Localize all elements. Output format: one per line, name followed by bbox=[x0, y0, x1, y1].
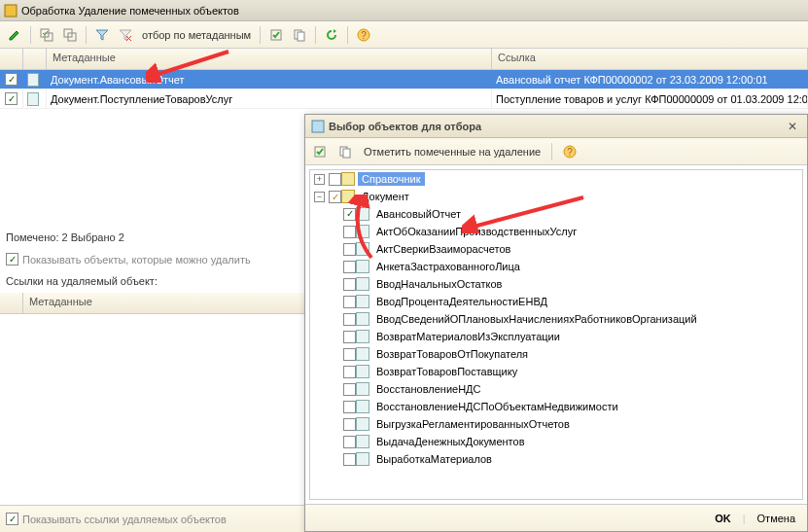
document-icon bbox=[356, 277, 369, 291]
tree-label[interactable]: Справочник bbox=[358, 172, 425, 186]
checkbox-icon[interactable] bbox=[343, 348, 356, 361]
tree-label[interactable]: ВыгрузкаРегламентированныхОтчетов bbox=[372, 417, 574, 431]
tree-node[interactable]: ВосстановлениеНДСПоОбъектамНедвижимости bbox=[310, 398, 802, 415]
checkbox-icon[interactable] bbox=[343, 313, 356, 326]
collapse-icon[interactable]: − bbox=[314, 192, 325, 202]
checkbox-icon[interactable] bbox=[343, 278, 356, 291]
checkbox-icon[interactable] bbox=[343, 331, 356, 343]
copy-icon[interactable] bbox=[334, 141, 356, 162]
check-box-icon[interactable] bbox=[265, 24, 287, 46]
folder-icon bbox=[341, 172, 355, 186]
filter-icon[interactable] bbox=[91, 24, 113, 46]
tree-label[interactable]: АвансовыйОтчет bbox=[372, 207, 465, 221]
checkbox-icon[interactable] bbox=[343, 436, 356, 448]
close-icon[interactable]: ✕ bbox=[784, 118, 801, 135]
tree-node[interactable]: ВводСведенийОПлановыхНачисленияхРаботник… bbox=[310, 310, 802, 328]
tree-label[interactable]: ВыдачаДенежныхДокументов bbox=[372, 435, 529, 448]
tree-label[interactable]: АнкетаЗастрахованногоЛица bbox=[372, 260, 524, 273]
checkbox-icon[interactable] bbox=[6, 513, 18, 525]
checkbox-icon[interactable] bbox=[343, 383, 356, 396]
check-box-icon[interactable] bbox=[309, 141, 331, 162]
filter-clear-icon[interactable] bbox=[115, 24, 136, 46]
help-icon[interactable]: ? bbox=[559, 141, 580, 162]
refresh-icon[interactable] bbox=[321, 24, 342, 46]
checkbox-icon[interactable] bbox=[343, 243, 356, 256]
link-cell: Поступление товаров и услуг КФП00000009 … bbox=[492, 89, 808, 108]
edit-icon[interactable] bbox=[4, 24, 25, 46]
tree-label[interactable]: Документ bbox=[358, 190, 413, 203]
tree-label[interactable]: АктСверкиВзаиморасчетов bbox=[372, 242, 514, 256]
tree-node[interactable]: АктСверкиВзаиморасчетов bbox=[310, 240, 802, 258]
link-column-header[interactable]: Ссылка bbox=[492, 49, 808, 69]
cancel-button[interactable]: Отмена bbox=[754, 511, 799, 526]
icon-column bbox=[23, 49, 47, 69]
tree-label[interactable]: ВозвратТоваровОтПокупателя bbox=[372, 347, 532, 361]
tree-node[interactable]: ВводПроцентаДеятельностиЕНВД bbox=[310, 293, 802, 310]
tree-node[interactable]: ВводНачальныхОстатков bbox=[310, 275, 802, 293]
check-all-icon[interactable] bbox=[36, 24, 57, 46]
checkbox-icon[interactable] bbox=[343, 453, 356, 466]
tree-node[interactable]: ВыгрузкаРегламентированныхОтчетов bbox=[310, 415, 802, 433]
checkbox-icon[interactable] bbox=[343, 418, 356, 431]
tree-label[interactable]: ВыработкаМатериалов bbox=[372, 452, 496, 466]
tree-label[interactable]: ВводСведенийОПлановыхНачисленияхРаботник… bbox=[372, 312, 701, 326]
separator bbox=[347, 26, 348, 44]
tree-label[interactable]: ВводПроцентаДеятельностиЕНВД bbox=[372, 295, 551, 308]
separator bbox=[30, 26, 31, 44]
tree-label[interactable]: ВозвратТоваровПоставщику bbox=[372, 365, 521, 378]
checkbox-icon[interactable] bbox=[343, 401, 356, 413]
separator bbox=[86, 26, 87, 44]
dialog-titlebar[interactable]: Выбор объектов для отбора ✕ bbox=[305, 115, 807, 138]
tree-node[interactable]: ВозвратТоваровПоставщику bbox=[310, 363, 802, 380]
tree-node[interactable]: АктОбОказанииПроизводственныхУслуг bbox=[310, 223, 802, 240]
show-refs-checkbox[interactable]: Показывать ссылки удаляемых объектов bbox=[6, 513, 227, 525]
checkbox-icon[interactable] bbox=[343, 261, 356, 273]
document-icon bbox=[356, 330, 369, 343]
mark-deleted-label[interactable]: Отметить помеченные на удаление bbox=[360, 146, 545, 158]
tree-node[interactable]: ВыработкаМатериалов bbox=[310, 450, 802, 468]
tree-label[interactable]: ВосстановлениеНДСПоОбъектамНедвижимости bbox=[372, 400, 622, 413]
help-icon[interactable]: ? bbox=[353, 24, 374, 46]
checkbox-icon[interactable] bbox=[329, 191, 341, 203]
checkbox-icon[interactable] bbox=[329, 173, 341, 186]
meta-column-header[interactable]: Метаданные bbox=[47, 49, 492, 69]
checkbox-icon[interactable] bbox=[6, 253, 18, 266]
tree-node-root[interactable]: + Справочник bbox=[310, 170, 802, 188]
separator bbox=[315, 26, 316, 44]
tree-label[interactable]: АктОбОказанииПроизводственныхУслуг bbox=[372, 225, 580, 238]
dialog-title: Выбор объектов для отбора bbox=[329, 121, 784, 132]
checkbox-icon[interactable] bbox=[343, 366, 356, 378]
document-icon bbox=[356, 207, 369, 221]
tree-label[interactable]: ВосстановлениеНДС bbox=[372, 382, 484, 396]
tree-node[interactable]: АнкетаЗастрахованногоЛица bbox=[310, 258, 802, 275]
tree-label[interactable]: ВводНачальныхОстатков bbox=[372, 277, 506, 291]
checkbox-icon[interactable] bbox=[343, 296, 356, 308]
expand-icon[interactable]: + bbox=[314, 174, 325, 185]
tree-node[interactable]: ВозвратТоваровОтПокупателя bbox=[310, 345, 802, 363]
checkbox-icon[interactable] bbox=[343, 226, 356, 238]
document-icon bbox=[356, 347, 369, 361]
dialog-footer: OK | Отмена bbox=[305, 504, 807, 531]
tree-node[interactable]: АвансовыйОтчет bbox=[310, 205, 802, 223]
separator bbox=[551, 143, 552, 160]
dialog-icon bbox=[311, 120, 325, 133]
tree-node[interactable]: ВосстановлениеНДС bbox=[310, 380, 802, 398]
tree-node-root[interactable]: − Документ bbox=[310, 188, 802, 205]
show-refs-label: Показывать ссылки удаляемых объектов bbox=[22, 514, 227, 525]
tree-node[interactable]: ВыдачаДенежныхДокументов bbox=[310, 433, 802, 450]
tree-node[interactable]: ВозвратМатериаловИзЭксплуатации bbox=[310, 328, 802, 345]
icon-column bbox=[0, 293, 23, 313]
link-cell: Авансовый отчет КФП00000002 от 23.03.200… bbox=[492, 70, 808, 89]
checkbox-icon[interactable] bbox=[343, 208, 356, 221]
table-row[interactable]: Документ.АвансовыйОтчетАвансовый отчет К… bbox=[0, 70, 808, 89]
copy-icon[interactable] bbox=[289, 24, 310, 46]
checkbox-icon[interactable] bbox=[5, 73, 18, 86]
ok-button[interactable]: OK bbox=[711, 511, 735, 526]
uncheck-all-icon[interactable] bbox=[59, 24, 81, 46]
checkbox-icon[interactable] bbox=[5, 92, 18, 105]
document-icon bbox=[356, 452, 369, 466]
table-row[interactable]: Документ.ПоступлениеТоваровУслугПоступле… bbox=[0, 89, 808, 109]
document-icon bbox=[356, 295, 369, 308]
tree-label[interactable]: ВозвратМатериаловИзЭксплуатации bbox=[372, 330, 564, 343]
tree-view[interactable]: + Справочник − Документ АвансовыйОтчет А… bbox=[309, 169, 803, 500]
